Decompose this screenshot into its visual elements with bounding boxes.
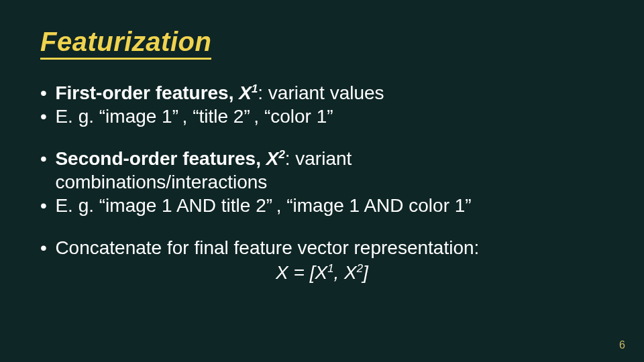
math-var: X2 <box>266 148 285 169</box>
bullet-lead: Second-order features, <box>55 148 266 169</box>
bullet-text: E. g. “image 1 AND title 2” , “image 1 A… <box>55 195 471 216</box>
bullet-block: •Concatenate for final feature vector re… <box>40 236 604 284</box>
bullet-line: •Concatenate for final feature vector re… <box>40 236 604 259</box>
bullet-continuation: combinations/interactions <box>40 170 604 194</box>
formula-sep: , <box>334 262 345 283</box>
bullet-icon: • <box>40 194 55 217</box>
bullet-line: •First-order features, X1: variant value… <box>40 81 604 105</box>
bullet-block: •First-order features, X1: variant value… <box>40 81 604 128</box>
slide: Featurization •First-order features, X1:… <box>0 0 644 362</box>
slide-title-text: Featurization <box>40 27 211 60</box>
math-var: X1 <box>239 82 258 103</box>
math-var: X1 <box>315 262 333 283</box>
bullet-icon: • <box>40 105 55 128</box>
bullet-tail: : variant <box>285 148 352 169</box>
bullet-icon: • <box>40 236 55 259</box>
bullet-text: Concatenate for final feature vector rep… <box>55 237 479 258</box>
bullet-icon: • <box>40 147 55 170</box>
slide-title: Featurization <box>40 27 604 57</box>
bullet-text: E. g. “image 1” , “title 2” , “color 1” <box>55 106 333 127</box>
bullet-icon: • <box>40 81 55 105</box>
math-var: X <box>276 262 288 283</box>
bullet-line: •E. g. “image 1 AND title 2” , “image 1 … <box>40 194 604 217</box>
bullet-lead: First-order features, <box>55 82 239 103</box>
formula-close: ] <box>363 262 368 283</box>
bullet-line: •Second-order features, X2: variant comb… <box>40 147 604 194</box>
bullet-line: •E. g. “image 1” , “title 2” , “color 1” <box>40 105 604 128</box>
bullet-block: •Second-order features, X2: variant comb… <box>40 147 604 217</box>
formula: X = [X1, X2] <box>40 262 604 284</box>
page-number: 6 <box>619 339 625 351</box>
formula-eq: = [ <box>288 262 315 283</box>
math-var: X2 <box>344 262 363 283</box>
bullet-tail: : variant values <box>258 82 384 103</box>
